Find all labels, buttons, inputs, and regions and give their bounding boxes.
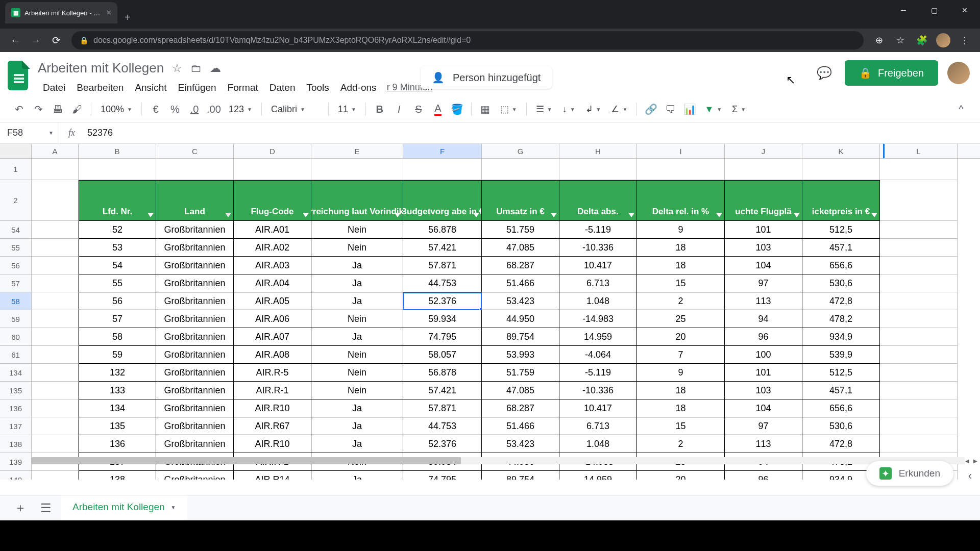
cell[interactable]: 136 — [79, 435, 156, 453]
font-select[interactable]: Calibri▼ — [267, 101, 323, 118]
wrap-button[interactable]: ↲▼ — [581, 101, 605, 118]
cell[interactable]: Ja — [311, 257, 403, 274]
cell[interactable] — [880, 292, 958, 310]
cell[interactable] — [32, 239, 79, 257]
cell[interactable] — [880, 364, 958, 382]
cell[interactable]: 6.713 — [559, 274, 637, 292]
strikethrough-button[interactable]: S — [410, 101, 427, 118]
cell[interactable]: Ja — [311, 292, 403, 310]
all-sheets-button[interactable]: ☰ — [36, 498, 56, 518]
cell[interactable]: 74.795 — [403, 328, 482, 346]
cell[interactable]: -5.119 — [559, 221, 637, 239]
cell[interactable] — [32, 471, 79, 480]
document-title[interactable]: Arbeiten mit Kollegen — [38, 60, 164, 76]
cell[interactable] — [880, 328, 958, 346]
row-header[interactable]: 134 — [0, 364, 32, 382]
cell[interactable] — [311, 159, 403, 180]
formula-input[interactable]: 52376 — [82, 128, 980, 138]
cell[interactable]: 47.085 — [482, 382, 559, 399]
table-header[interactable]: Umsatz in € — [482, 180, 559, 221]
cell[interactable]: 104 — [725, 257, 802, 274]
minimize-button[interactable]: ─ — [888, 0, 919, 20]
forward-button[interactable]: → — [27, 31, 45, 49]
cell[interactable]: 18 — [637, 239, 725, 257]
cell[interactable] — [880, 180, 958, 221]
cell[interactable] — [32, 292, 79, 310]
menu-ansicht[interactable]: Ansicht — [130, 79, 172, 96]
cell[interactable]: 2 — [637, 435, 725, 453]
name-box[interactable]: F58 ▼ — [0, 122, 61, 143]
functions-button[interactable]: Σ▼ — [728, 101, 750, 118]
cell[interactable]: 54 — [79, 257, 156, 274]
table-header[interactable]: Land — [156, 180, 234, 221]
filter-icon[interactable] — [148, 213, 154, 217]
cell[interactable]: 47.085 — [482, 239, 559, 257]
cell[interactable]: 18 — [637, 382, 725, 399]
row-header[interactable]: 61 — [0, 346, 32, 364]
maximize-button[interactable]: ▢ — [919, 0, 949, 20]
row-header[interactable]: 59 — [0, 310, 32, 328]
cell[interactable]: Ja — [311, 274, 403, 292]
row-header[interactable]: 57 — [0, 274, 32, 292]
table-header[interactable]: Zielerreichung laut Vorindikation — [311, 180, 403, 221]
decrease-decimal-button[interactable]: .0 — [186, 101, 203, 118]
cell[interactable] — [32, 417, 79, 435]
cell[interactable]: 97 — [725, 417, 802, 435]
cell[interactable]: Nein — [311, 382, 403, 399]
cell[interactable]: 51.466 — [482, 274, 559, 292]
col-header-a[interactable]: A — [32, 144, 79, 158]
cell[interactable]: AIR.R10 — [234, 399, 311, 417]
cell[interactable]: 96 — [725, 328, 802, 346]
cell[interactable]: 59.934 — [403, 310, 482, 328]
cell[interactable] — [32, 221, 79, 239]
filter-icon[interactable] — [628, 213, 634, 217]
cell[interactable]: AIR.A02 — [234, 239, 311, 257]
cell[interactable]: 57 — [79, 310, 156, 328]
cell[interactable]: 89.754 — [482, 471, 559, 480]
cell[interactable] — [32, 399, 79, 417]
table-header[interactable]: Delta abs. — [559, 180, 637, 221]
cell[interactable] — [880, 159, 958, 180]
cell[interactable]: Ja — [311, 328, 403, 346]
scrollbar-thumb[interactable] — [32, 457, 461, 464]
cell[interactable] — [32, 346, 79, 364]
cell[interactable]: 135 — [79, 417, 156, 435]
col-header-c[interactable]: C — [156, 144, 234, 158]
rotate-button[interactable]: ∠▼ — [607, 101, 631, 118]
cell[interactable] — [32, 328, 79, 346]
profile-avatar-small[interactable] — [934, 31, 952, 49]
zoom-select[interactable]: 100%▼ — [96, 101, 136, 118]
cell[interactable]: Großbritannien — [156, 471, 234, 480]
cell[interactable] — [880, 239, 958, 257]
row-header[interactable]: 58 — [0, 292, 32, 310]
menu-daten[interactable]: Daten — [264, 79, 301, 96]
italic-button[interactable]: I — [390, 101, 408, 118]
cell[interactable]: 472,8 — [802, 435, 880, 453]
row-header[interactable]: 54 — [0, 221, 32, 239]
filter-icon[interactable] — [716, 213, 722, 217]
cell[interactable]: Ja — [311, 417, 403, 435]
font-size-select[interactable]: 11▼ — [334, 101, 360, 118]
cell[interactable]: Ja — [311, 471, 403, 480]
row-header[interactable]: 139 — [0, 453, 32, 471]
row-header[interactable]: 137 — [0, 417, 32, 435]
row-header[interactable]: 140 — [0, 471, 32, 480]
cell[interactable]: 132 — [79, 364, 156, 382]
row-header[interactable]: 60 — [0, 328, 32, 346]
scroll-left-arrow[interactable]: ◀ — [964, 457, 971, 464]
cell[interactable]: 57.421 — [403, 239, 482, 257]
cell[interactable] — [880, 346, 958, 364]
link-button[interactable]: 🔗 — [642, 101, 659, 118]
cell[interactable]: Großbritannien — [156, 239, 234, 257]
cell[interactable]: 9 — [637, 364, 725, 382]
cell[interactable]: 15 — [637, 274, 725, 292]
bookmark-icon[interactable]: ☆ — [891, 31, 910, 49]
cell[interactable]: 53 — [79, 239, 156, 257]
cell[interactable]: 133 — [79, 382, 156, 399]
cell[interactable]: 530,6 — [802, 417, 880, 435]
cell[interactable]: 68.287 — [482, 399, 559, 417]
filter-icon[interactable] — [871, 213, 877, 217]
col-header-j[interactable]: J — [725, 144, 802, 158]
cell[interactable] — [725, 159, 802, 180]
col-header-h[interactable]: H — [559, 144, 637, 158]
